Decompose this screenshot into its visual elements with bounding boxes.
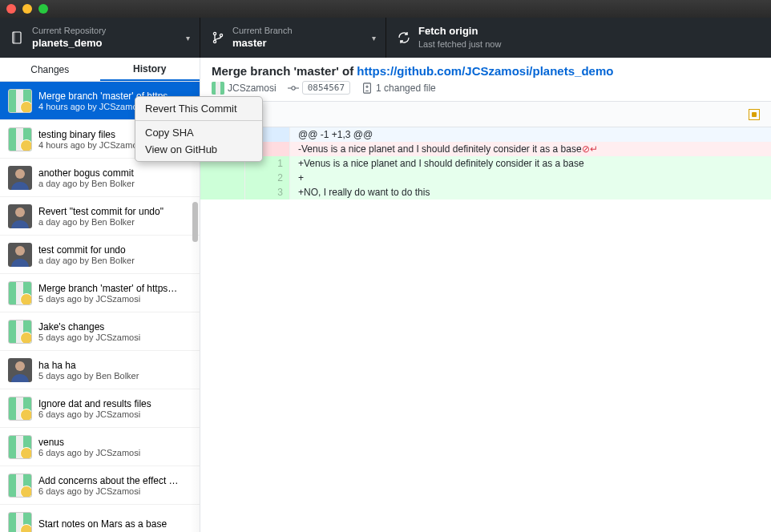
commit-item-title: Start notes on Mars as a base [38,518,192,530]
menu-revert-commit[interactable]: Revert This Commit [135,100,262,117]
branch-name: master [232,37,293,50]
files-changed-label: 1 changed file [376,83,436,94]
commit-text: Add concerns about the effect … 6 days a… [38,475,192,496]
commit-sha: 0854567 [288,81,350,95]
commit-item-meta: 5 days ago by JCSzamosi [38,294,192,304]
commit-title-prefix: Merge branch 'master' of [212,64,357,78]
diff-icon [361,83,373,94]
commit-item[interactable]: Merge branch 'master' of https… 5 days a… [0,274,200,312]
commit-item-title: Merge branch 'master' of https… [38,283,192,294]
commit-item-meta: a day ago by Ben Bolker [38,217,192,227]
commit-item-title: Revert "test commit for undo" [38,206,192,217]
current-branch-selector[interactable]: Current Branch master ▾ [200,18,386,58]
menu-view-on-github[interactable]: View on GitHub [135,141,262,158]
scrollbar-thumb[interactable] [192,202,198,242]
current-repository-selector[interactable]: Current Repository planets_demo ▾ [0,18,200,58]
tab-history[interactable]: History [100,58,200,81]
commit-title-link[interactable]: https://github.com/JCSzamosi/planets_dem… [357,64,613,78]
commit-detail: Merge branch 'master' of https://github.… [200,58,771,532]
commit-item-title: another bogus commit [38,167,192,179]
commit-item[interactable]: Jake's changes 5 days ago by JCSzamosi [0,312,200,351]
commit-text: Revert "test commit for undo" a day ago … [38,206,192,227]
commit-avatar-icon [8,281,32,305]
commit-item[interactable]: Revert "test commit for undo" a day ago … [0,197,200,236]
menu-separator [135,120,262,121]
commit-context-menu: Revert This Commit Copy SHA View on GitH… [135,96,263,162]
file-bar [200,102,771,127]
commit-item[interactable]: another bogus commit a day ago by Ben Bo… [0,159,200,197]
close-window-button[interactable] [6,4,16,14]
minimize-window-button[interactable] [22,4,32,14]
commit-avatar-icon [8,435,32,459]
sha-value[interactable]: 0854567 [302,81,350,95]
commit-title: Merge branch 'master' of https://github.… [212,64,760,78]
commit-text: another bogus commit a day ago by Ben Bo… [38,167,192,188]
app-toolbar: Current Repository planets_demo ▾ Curren… [0,18,771,58]
diff-line: 3+NO, I really do want to do this [200,185,771,200]
commit-text: venus 6 days ago by JCSzamosi [38,437,192,457]
commit-item-title: Add concerns about the effect … [38,475,192,486]
commit-item-meta: 5 days ago by JCSzamosi [38,332,192,342]
commit-avatar-icon [8,89,32,113]
commit-author: JCSzamosi [212,82,277,95]
commit-item[interactable]: Start notes on Mars as a base [0,505,200,532]
commit-item-title: Jake's changes [38,321,192,332]
diff-line: 1+Venus is a nice planet and I should de… [200,156,771,171]
commit-text: test commit for undo a day ago by Ben Bo… [38,244,192,265]
svg-rect-1 [13,32,15,43]
repo-label: Current Repository [32,25,106,36]
chevron-down-icon: ▾ [186,34,190,42]
menu-copy-sha[interactable]: Copy SHA [135,124,262,141]
diff-view[interactable]: @@ -1 +1,3 @@1-Venus is a nice planet an… [200,127,771,532]
files-changed: 1 changed file [361,83,436,94]
commit-avatar-icon [8,512,32,533]
commit-item[interactable]: test commit for undo a day ago by Ben Bo… [0,236,200,274]
commit-item-title: venus [38,437,192,448]
svg-point-4 [220,34,222,36]
commit-avatar-icon [8,243,32,267]
svg-point-5 [292,86,295,89]
commit-item-meta: 5 days ago by Ben Bolker [38,371,192,381]
commit-avatar-icon [8,397,32,421]
branch-label: Current Branch [232,25,293,36]
commit-item-meta: a day ago by Ben Bolker [38,179,192,188]
commit-avatar-icon [8,474,32,498]
commit-text: Ignore dat and results files 6 days ago … [38,398,192,419]
commit-header: Merge branch 'master' of https://github.… [200,58,771,102]
svg-point-2 [213,32,216,34]
zoom-window-button[interactable] [38,4,48,14]
commit-text: Jake's changes 5 days ago by JCSzamosi [38,321,192,342]
fetch-origin-button[interactable]: Fetch origin Last fetched just now [386,18,771,58]
commit-item[interactable]: Add concerns about the effect … 6 days a… [0,466,200,505]
commit-item[interactable]: Ignore dat and results files 6 days ago … [0,389,200,428]
commit-item-meta: a day ago by Ben Bolker [38,256,192,265]
sync-icon [398,31,410,44]
author-name: JCSzamosi [228,83,277,94]
commit-text: ha ha ha 5 days ago by Ben Bolker [38,360,192,381]
tab-changes[interactable]: Changes [0,58,100,81]
fetch-label: Fetch origin [418,25,501,38]
svg-point-3 [213,40,216,42]
commit-text: Merge branch 'master' of https… 5 days a… [38,283,192,304]
commit-avatar-icon [8,166,32,190]
commit-icon [288,83,299,94]
commit-item-title: ha ha ha [38,360,192,371]
file-modified-icon [749,109,760,120]
fetch-sublabel: Last fetched just now [418,38,501,50]
repo-name: planets_demo [32,37,106,50]
commit-avatar-icon [8,204,32,228]
commit-item[interactable]: venus 6 days ago by JCSzamosi [0,428,200,466]
commit-avatar-icon [8,320,32,344]
commit-avatar-icon [8,127,32,151]
chevron-down-icon: ▾ [372,34,376,42]
sidebar-tabs: Changes History [0,58,200,82]
repo-icon [11,31,24,44]
author-avatar-icon [212,82,224,95]
commit-item-title: Ignore dat and results files [38,398,192,409]
commit-avatar-icon [8,358,32,382]
window-titlebar [0,0,771,18]
diff-hunk-header: @@ -1 +1,3 @@ [200,127,771,142]
commit-item-meta: 6 days ago by JCSzamosi [38,409,192,419]
commit-item[interactable]: ha ha ha 5 days ago by Ben Bolker [0,351,200,389]
commit-item-meta: 6 days ago by JCSzamosi [38,448,192,457]
